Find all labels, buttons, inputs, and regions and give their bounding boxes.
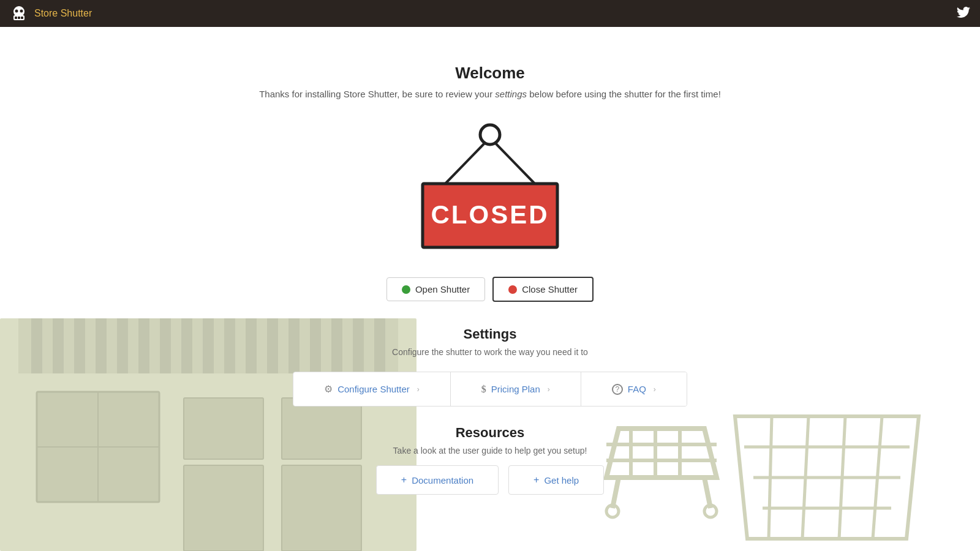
close-dot-icon xyxy=(508,285,517,294)
open-shutter-button[interactable]: Open Shutter xyxy=(386,277,485,301)
configure-shutter-button[interactable]: ⚙ Configure Shutter › xyxy=(293,372,451,406)
svg-rect-4 xyxy=(15,17,17,19)
faq-button[interactable]: ? FAQ › xyxy=(581,372,687,406)
close-shutter-button[interactable]: Close Shutter xyxy=(492,277,594,302)
svg-text:CLOSED: CLOSED xyxy=(431,200,549,229)
welcome-subtitle: Thanks for installing Store Shutter, be … xyxy=(259,89,721,99)
svg-point-52 xyxy=(480,125,500,144)
faq-chevron: › xyxy=(654,385,656,394)
svg-rect-5 xyxy=(18,17,20,19)
get-help-button[interactable]: + Get help xyxy=(508,465,604,495)
subtitle-after: below before using the shutter for the f… xyxy=(527,89,721,99)
docs-plus-icon: + xyxy=(401,474,407,485)
settings-subtitle: Configure the shutter to work the way yo… xyxy=(392,347,588,357)
subtitle-italic: settings xyxy=(495,89,527,99)
faq-icon: ? xyxy=(612,384,623,395)
twitter-icon[interactable] xyxy=(957,6,970,21)
resources-subtitle: Take a look at the user guide to help ge… xyxy=(393,446,587,455)
open-dot-icon xyxy=(402,285,410,294)
settings-title: Settings xyxy=(464,326,517,342)
svg-rect-6 xyxy=(21,17,23,19)
svg-line-54 xyxy=(494,142,536,185)
resources-title: Resources xyxy=(456,425,525,441)
open-shutter-label: Open Shutter xyxy=(415,284,470,294)
pricing-plan-button[interactable]: $ Pricing Plan › xyxy=(451,372,581,406)
settings-section: Settings Configure the shutter to work t… xyxy=(0,326,980,407)
resources-section: Resources Take a look at the user guide … xyxy=(0,425,980,495)
closed-sign-svg: CLOSED xyxy=(410,118,570,258)
pricing-chevron: › xyxy=(548,385,550,394)
closed-sign: CLOSED xyxy=(410,118,570,258)
header-left: Store Shutter xyxy=(10,4,92,23)
svg-point-3 xyxy=(20,10,23,13)
pricing-icon: $ xyxy=(481,384,486,395)
subtitle-before: Thanks for installing Store Shutter, be … xyxy=(259,89,495,99)
documentation-button[interactable]: + Documentation xyxy=(376,465,499,495)
welcome-title: Welcome xyxy=(455,64,525,83)
docs-label: Documentation xyxy=(412,475,473,485)
configure-icon: ⚙ xyxy=(324,383,333,395)
pricing-label: Pricing Plan xyxy=(491,384,540,394)
settings-buttons-group: ⚙ Configure Shutter › $ Pricing Plan › ?… xyxy=(293,372,687,407)
configure-chevron: › xyxy=(417,385,420,394)
help-label: Get help xyxy=(544,475,579,485)
resources-buttons-group: + Documentation + Get help xyxy=(376,465,604,495)
app-header: Store Shutter xyxy=(0,0,980,27)
configure-label: Configure Shutter xyxy=(337,384,410,394)
page-wrapper: Welcome Thanks for installing Store Shut… xyxy=(0,27,980,551)
close-shutter-label: Close Shutter xyxy=(522,284,578,294)
shutter-buttons: Open Shutter Close Shutter xyxy=(386,277,594,302)
main-content: Welcome Thanks for installing Store Shut… xyxy=(0,27,980,495)
app-logo-icon xyxy=(10,4,28,23)
app-title: Store Shutter xyxy=(34,8,92,19)
svg-point-2 xyxy=(15,10,18,13)
svg-line-53 xyxy=(444,142,486,185)
faq-label: FAQ xyxy=(628,384,646,394)
help-plus-icon: + xyxy=(533,474,539,485)
content-area: Welcome Thanks for installing Store Shut… xyxy=(0,64,980,495)
